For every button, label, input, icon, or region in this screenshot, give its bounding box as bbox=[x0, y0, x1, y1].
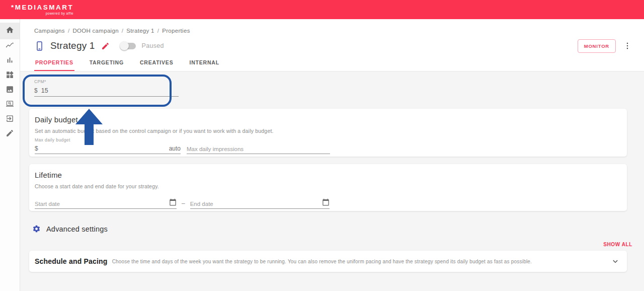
tab-targeting[interactable]: TARGETING bbox=[89, 59, 125, 71]
tab-creatives[interactable]: CREATIVES bbox=[139, 59, 175, 71]
properties-panel: CPM* $ Daily budget Set an automatic bud… bbox=[20, 71, 644, 291]
logo-wordmark: *MEDIASMART bbox=[11, 4, 73, 11]
monitor-button[interactable]: MONITOR bbox=[578, 39, 616, 53]
sidebar-item-exit[interactable] bbox=[0, 112, 20, 127]
sidebar bbox=[0, 19, 20, 291]
bar-chart-icon bbox=[6, 56, 14, 66]
lifetime-card: Lifetime Choose a start date and end dat… bbox=[29, 164, 627, 211]
screen-search-icon bbox=[6, 100, 14, 110]
breadcrumb-separator: / bbox=[157, 28, 159, 34]
title-row: Strategy 1 Paused MONITOR bbox=[34, 39, 632, 53]
start-date-input[interactable] bbox=[35, 201, 169, 207]
chevron-down-icon[interactable] bbox=[611, 257, 620, 266]
edit-title-icon[interactable] bbox=[101, 42, 110, 50]
smartphone-icon bbox=[34, 41, 45, 51]
lifetime-title: Lifetime bbox=[35, 171, 619, 179]
tab-internal[interactable]: INTERNAL bbox=[188, 59, 220, 71]
breadcrumb-dooh-campaign[interactable]: DOOH campaign bbox=[72, 28, 118, 34]
max-daily-impressions-wrap bbox=[187, 144, 330, 154]
image-icon bbox=[6, 85, 14, 96]
cpm-input[interactable] bbox=[41, 87, 142, 94]
page-title: Strategy 1 bbox=[50, 40, 95, 51]
sidebar-item-home[interactable] bbox=[0, 23, 20, 39]
cpm-field-group: CPM* $ bbox=[34, 79, 179, 97]
budget-auto-suffix: auto bbox=[169, 145, 181, 152]
home-icon bbox=[6, 26, 14, 36]
date-range-separator: – bbox=[182, 200, 185, 207]
page-head: Campaigns/DOOH campaign/Strategy 1/Prope… bbox=[20, 19, 644, 71]
breadcrumb-strategy-1[interactable]: Strategy 1 bbox=[126, 28, 154, 34]
schedule-pacing-card[interactable]: Schedule and Pacing Choose the time and … bbox=[29, 251, 627, 272]
status-label: Paused bbox=[142, 42, 164, 49]
mediasmart-logo[interactable]: *MEDIASMART powered by affle bbox=[11, 4, 73, 15]
cpm-currency-prefix: $ bbox=[34, 87, 38, 94]
end-date-input[interactable] bbox=[190, 201, 322, 207]
advanced-settings-row[interactable]: Advanced settings bbox=[32, 225, 644, 233]
breadcrumb-separator: / bbox=[122, 28, 124, 34]
cpm-label: CPM* bbox=[34, 79, 179, 84]
breadcrumb: Campaigns/DOOH campaign/Strategy 1/Prope… bbox=[34, 28, 632, 34]
lifetime-description: Choose a start date and end date for you… bbox=[35, 183, 619, 189]
max-daily-budget-field[interactable]: $ auto bbox=[35, 143, 181, 154]
schedule-pacing-title: Schedule and Pacing bbox=[35, 257, 108, 265]
start-date-field bbox=[35, 196, 177, 209]
toggle-knob bbox=[120, 41, 129, 50]
tab-bar: PROPERTIES TARGETING CREATIVES INTERNAL bbox=[34, 59, 632, 71]
max-daily-budget-label: Max daily budget bbox=[35, 137, 619, 142]
logo-powered-by: powered by affle bbox=[46, 12, 74, 15]
gear-icon bbox=[32, 225, 41, 233]
tab-properties[interactable]: PROPERTIES bbox=[34, 59, 74, 71]
sidebar-item-creatives[interactable] bbox=[0, 83, 20, 98]
daily-budget-card: Daily budget Set an automatic budget bas… bbox=[29, 109, 627, 157]
max-daily-impressions-input[interactable] bbox=[187, 146, 330, 152]
cpm-input-row: $ bbox=[34, 84, 179, 97]
trends-icon bbox=[6, 41, 14, 52]
pause-toggle[interactable] bbox=[121, 43, 136, 49]
show-all-link[interactable]: SHOW ALL bbox=[20, 242, 632, 247]
exit-icon bbox=[6, 114, 14, 125]
schedule-pacing-description: Choose the time and days of the week you… bbox=[112, 259, 606, 264]
app-header: *MEDIASMART powered by affle bbox=[0, 0, 644, 19]
breadcrumb-campaigns[interactable]: Campaigns bbox=[34, 28, 65, 34]
sidebar-item-edit[interactable] bbox=[0, 127, 20, 141]
end-date-field bbox=[190, 196, 330, 209]
calendar-icon[interactable] bbox=[169, 198, 177, 206]
calendar-icon[interactable] bbox=[322, 198, 330, 206]
advanced-settings-label: Advanced settings bbox=[46, 225, 108, 233]
sidebar-item-screen-search[interactable] bbox=[0, 98, 20, 112]
sidebar-item-widgets[interactable] bbox=[0, 68, 20, 83]
breadcrumb-properties[interactable]: Properties bbox=[162, 28, 190, 34]
sidebar-item-reports[interactable] bbox=[0, 54, 20, 68]
kebab-menu-icon[interactable] bbox=[623, 41, 632, 50]
sidebar-item-trends[interactable] bbox=[0, 39, 20, 54]
daily-budget-description: Set an automatic budget based on the con… bbox=[35, 128, 619, 134]
budget-currency-prefix: $ bbox=[35, 145, 38, 152]
widgets-icon bbox=[6, 70, 14, 81]
pencil-icon bbox=[6, 129, 14, 139]
breadcrumb-separator: / bbox=[68, 28, 70, 34]
daily-budget-title: Daily budget bbox=[35, 115, 619, 124]
